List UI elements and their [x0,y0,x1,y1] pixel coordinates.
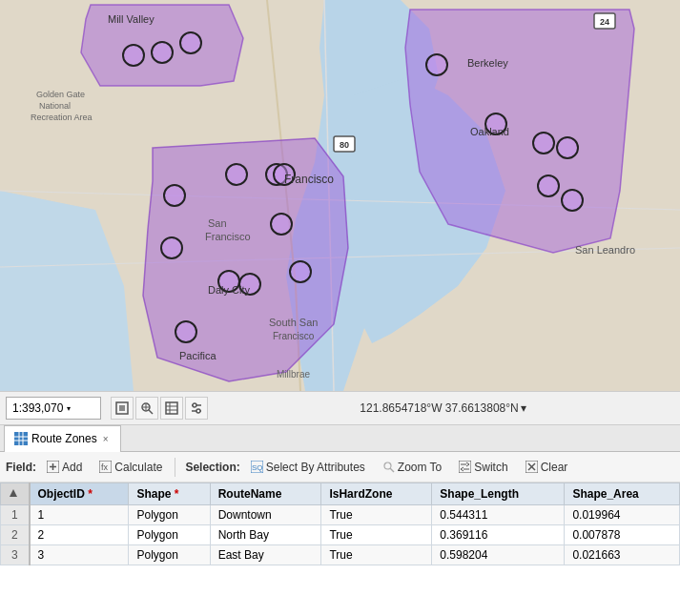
row-num-header [1,483,30,505]
cell-shape: Polygon [129,545,210,565]
coord-dropdown-arrow: ▾ [521,401,526,415]
clear-button[interactable]: Clear [519,455,575,480]
svg-text:24: 24 [600,17,609,27]
data-table: ObjectID * Shape * RouteName IsHardZone [0,483,680,565]
svg-text:Golden Gate: Golden Gate [36,90,85,99]
svg-rect-51 [166,402,177,414]
switch-label: Switch [474,461,507,474]
col-header-shape-length[interactable]: Shape_Length [432,483,565,505]
svg-text:Daly City: Daly City [208,284,251,296]
svg-line-76 [466,464,469,466]
table-row[interactable]: 3 3 Polygon East Bay True 0.598204 0.021… [1,545,680,565]
svg-text:South San: South San [269,317,318,328]
svg-point-17 [226,164,247,185]
table-row[interactable]: 1 1 Polygon Downtown True 0.544311 0.019… [1,505,680,525]
toolbar-icons [111,397,208,420]
zoom-to-button[interactable]: Zoom To [376,455,448,480]
add-icon [47,461,59,473]
table-scroll-container[interactable]: ObjectID * Shape * RouteName IsHardZone [0,483,680,565]
coord-display: 121.8654718°W 37.6613808°N ▾ [212,401,674,415]
coordinate-value: 121.8654718°W 37.6613808°N [360,401,518,415]
svg-point-14 [538,175,559,196]
options-button[interactable] [185,397,208,420]
svg-text:80: 80 [340,140,349,150]
route-zones-tab[interactable]: Route Zones × [4,425,121,452]
col-header-shape-area[interactable]: Shape_Area [565,483,680,505]
toolbar-bar: 1:393,070 ▾ 121.8654718°W 37.6613808°N ▾ [0,391,680,425]
svg-point-20 [161,237,182,258]
col-header-objectid[interactable]: ObjectID * [30,483,129,505]
tab-close-button[interactable]: × [101,434,111,444]
svg-text:Recreation Area: Recreation Area [31,113,93,122]
svg-rect-46 [119,405,125,411]
switch-button[interactable]: Switch [452,455,514,480]
add-button[interactable]: Add [40,455,89,480]
svg-text:fx: fx [101,462,109,472]
scale-dropdown-arrow: ▾ [67,404,94,413]
cell-objectid: 1 [30,505,129,525]
clear-label: Clear [541,461,568,474]
svg-text:Francisco: Francisco [284,173,334,186]
svg-rect-59 [14,432,28,445]
calculate-button[interactable]: fx Calculate [93,455,169,480]
extent-button[interactable] [111,397,134,420]
map-container[interactable]: 80 24 Mill Valley Berkeley Oakland Franc… [0,0,680,391]
svg-text:San: San [208,217,227,229]
svg-point-56 [193,403,196,407]
svg-marker-83 [10,489,17,497]
svg-text:Francisco: Francisco [273,331,315,341]
cell-shape-length: 0.369116 [432,525,565,545]
svg-text:National: National [39,101,71,111]
cell-shape: Polygon [129,505,210,525]
svg-point-25 [175,321,196,342]
col-header-ishardzone[interactable]: IsHardZone [321,483,432,505]
calculate-icon: fx [99,461,112,473]
scale-selector[interactable]: 1:393,070 ▾ [6,397,101,420]
svg-point-71 [384,462,391,469]
cell-shape-area: 0.019964 [565,505,680,525]
selection-label: Selection: [185,461,239,474]
svg-text:Oakland: Oakland [470,126,509,137]
cell-shape-length: 0.544311 [432,505,565,525]
cell-ishardzone: True [321,525,432,545]
row-num-cell: 1 [1,505,30,525]
row-num-cell: 2 [1,525,30,545]
scale-value: 1:393,070 [12,401,63,415]
calculate-label: Calculate [114,461,162,474]
table-grid-icon [14,432,28,445]
cell-objectid: 2 [30,525,129,545]
col-objectid-label: ObjectID [38,487,85,501]
svg-point-12 [533,133,554,154]
cell-routename: North Bay [210,525,321,545]
svg-point-7 [123,45,144,66]
col-shape-length-label: Shape_Length [440,487,519,501]
col-header-routename[interactable]: RouteName [210,483,321,505]
table-row[interactable]: 2 2 Polygon North Bay True 0.369116 0.00… [1,525,680,545]
cell-routename: Downtown [210,505,321,525]
svg-text:Mill Valley: Mill Valley [108,13,155,25]
svg-point-8 [152,42,173,63]
separator-1 [175,458,175,477]
tab-label: Route Zones [31,432,97,445]
clear-icon [525,461,538,473]
svg-text:Millbrae: Millbrae [277,369,310,380]
cell-objectid: 3 [30,545,129,565]
table-button[interactable] [160,397,183,420]
select-by-attributes-button[interactable]: SQL Select By Attributes [244,455,372,480]
svg-point-10 [426,54,447,75]
col-shape-label: Shape [136,487,171,501]
col-header-shape[interactable]: Shape * [129,483,210,505]
svg-text:Pacifica: Pacifica [179,350,216,361]
zoom-button[interactable] [135,397,158,420]
row-num-cell: 3 [1,545,30,565]
col-shape-area-label: Shape_Area [572,487,638,501]
svg-point-9 [180,32,201,53]
svg-point-21 [271,214,292,235]
coordinates-dropdown[interactable]: 121.8654718°W 37.6613808°N ▾ [360,401,525,415]
svg-point-24 [290,261,311,282]
action-bar: Field: Add fx Calculate Selection: SQL S… [0,452,680,483]
svg-point-58 [196,409,200,413]
svg-point-13 [557,137,578,158]
switch-icon [459,461,471,473]
cell-shape: Polygon [129,525,210,545]
